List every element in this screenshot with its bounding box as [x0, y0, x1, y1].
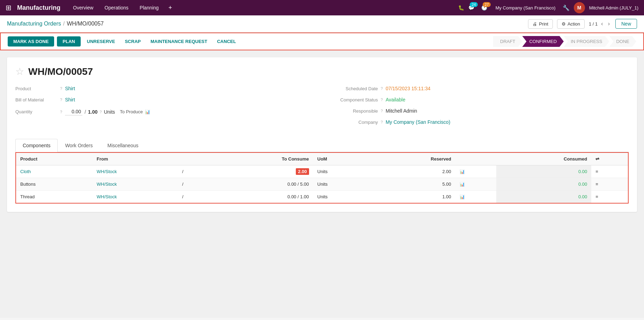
list-icon[interactable]: ≡	[595, 194, 598, 199]
status-bar: DRAFTCONFIRMEDIN PROGRESSDONE	[493, 36, 636, 47]
list-icon[interactable]: ≡	[595, 169, 598, 174]
action-buttons: MARK AS DONE PLAN UNRESERVE SCRAP MAINTE…	[8, 36, 240, 47]
pagination: 1 / 1 ‹ ›	[589, 20, 611, 28]
app-grid-icon[interactable]: ⊞	[6, 3, 12, 12]
cell-reserved: 1.00	[369, 191, 455, 203]
list-icon[interactable]: ≡	[595, 182, 598, 187]
status-step-done[interactable]: DONE	[609, 36, 636, 47]
scheduled-date-help-icon[interactable]: ?	[381, 86, 383, 91]
qty-chart-icon[interactable]: 📊	[145, 109, 150, 114]
table-row: ThreadWH/Stock/0.00 / 1.00Units1.00📊0.00…	[16, 191, 628, 203]
nav-planning[interactable]: Planning	[136, 0, 163, 15]
scrap-button[interactable]: SCRAP	[121, 36, 144, 47]
breadcrumb-current: WH/MO/00057	[67, 21, 104, 27]
col-sep	[178, 153, 207, 165]
cell-separator: /	[178, 165, 207, 178]
mark-as-done-button[interactable]: MARK AS DONE	[8, 36, 54, 47]
printer-icon: 🖨	[533, 21, 537, 27]
component-status-value: Available	[386, 97, 405, 102]
status-step-in-progress[interactable]: IN PROGRESS	[564, 36, 609, 47]
cell-product[interactable]: Cloth	[16, 165, 93, 178]
responsible-help-icon[interactable]: ?	[381, 109, 383, 113]
tab-work-orders[interactable]: Work Orders	[58, 139, 100, 152]
component-status-field: Component Status ? Available	[329, 97, 629, 102]
print-button[interactable]: 🖨 Print	[528, 19, 553, 29]
tab-miscellaneous[interactable]: Miscellaneous	[100, 139, 146, 152]
action-button[interactable]: ⚙ Action	[557, 19, 585, 29]
cell-from[interactable]: WH/Stock	[93, 178, 178, 191]
chart-icon[interactable]: 📊	[460, 169, 465, 174]
scheduled-date-field: Scheduled Date ? 07/15/2023 15:11:34	[329, 86, 629, 91]
product-value[interactable]: Shirt	[65, 86, 75, 91]
user-avatar[interactable]: M	[574, 2, 585, 13]
cell-list-icon[interactable]: ≡	[591, 178, 628, 191]
col-consumed: Consumed	[496, 153, 592, 165]
activity-badge[interactable]: 🕐 27	[481, 5, 487, 10]
unreserve-button[interactable]: UNRESERVE	[83, 36, 119, 47]
nav-operations[interactable]: Operations	[100, 0, 132, 15]
cell-from[interactable]: WH/Stock	[93, 165, 178, 178]
cell-list-icon[interactable]: ≡	[591, 165, 628, 178]
cell-reserved-chart-icon[interactable]: 📊	[455, 178, 496, 191]
new-button[interactable]: New	[615, 19, 637, 29]
secondary-header: Manufacturing Orders / WH/MO/00057 🖨 Pri…	[0, 15, 644, 33]
col-reserved-icon	[455, 153, 496, 165]
chart-icon[interactable]: 📊	[460, 182, 465, 187]
cell-product[interactable]: Thread	[16, 191, 93, 203]
table-row: ButtonsWH/Stock/0.00 / 5.00Units5.00📊0.0…	[16, 178, 628, 191]
cell-uom: Units	[313, 191, 369, 203]
cancel-button[interactable]: CANCEL	[213, 36, 239, 47]
nav-overview[interactable]: Overview	[69, 0, 97, 15]
responsible-field: Responsible ? Mitchell Admin	[329, 108, 629, 114]
cell-to-consume[interactable]: 0.00 / 5.00	[207, 178, 313, 191]
responsible-value[interactable]: Mitchell Admin	[386, 108, 417, 114]
favorite-star-icon[interactable]: ☆	[15, 66, 24, 77]
table-header-row: Product From To Consume UoM Reserved Con…	[16, 153, 628, 165]
form-left: Product ? Shirt Bill of Material ? Shirt…	[15, 86, 315, 130]
cell-list-icon[interactable]: ≡	[591, 191, 628, 203]
qty-done-input[interactable]	[65, 108, 82, 115]
qty-row: / 1.00 ? Units To Produce 📊	[65, 108, 150, 115]
maintenance-request-button[interactable]: MAINTENANCE REQUEST	[147, 36, 211, 47]
cell-reserved: 2.00	[369, 165, 455, 178]
component-status-help-icon[interactable]: ?	[381, 98, 383, 102]
cell-consumed: 0.00	[496, 178, 592, 191]
company-value[interactable]: My Company (San Francisco)	[386, 119, 450, 125]
nav-icons: 🐛 💬 24 🕐 27 My Company (San Francisco) 🔧…	[458, 2, 638, 13]
cell-from[interactable]: WH/Stock	[93, 191, 178, 203]
status-step-confirmed[interactable]: CONFIRMED	[522, 36, 564, 47]
product-help-icon[interactable]: ?	[60, 86, 62, 91]
user-name[interactable]: Mitchell Admin (JULY_1)	[589, 5, 638, 10]
qty-total-help-icon[interactable]: ?	[100, 110, 102, 114]
action-bar: MARK AS DONE PLAN UNRESERVE SCRAP MAINTE…	[0, 33, 644, 50]
nav-add-icon[interactable]: +	[166, 4, 175, 12]
next-page-button[interactable]: ›	[607, 20, 611, 28]
top-navigation: ⊞ Manufacturing Overview Operations Plan…	[0, 0, 644, 15]
bom-value[interactable]: Shirt	[65, 97, 75, 102]
breadcrumb-parent[interactable]: Manufacturing Orders	[7, 21, 61, 27]
cell-product[interactable]: Buttons	[16, 178, 93, 191]
bom-field: Bill of Material ? Shirt	[15, 97, 315, 102]
table-row: ClothWH/Stock/2.00Units2.00📊0.00≡	[16, 165, 628, 178]
chat-badge[interactable]: 💬 24	[468, 5, 474, 10]
status-step-draft[interactable]: DRAFT	[493, 36, 522, 47]
settings-icon[interactable]: 🔧	[563, 5, 570, 11]
cell-to-consume[interactable]: 0.00 / 1.00	[207, 191, 313, 203]
cell-reserved-chart-icon[interactable]: 📊	[455, 165, 496, 178]
chart-icon[interactable]: 📊	[460, 194, 465, 199]
header-actions: 🖨 Print ⚙ Action 1 / 1 ‹ › New	[528, 19, 637, 29]
bug-icon[interactable]: 🐛	[458, 5, 464, 10]
prev-page-button[interactable]: ‹	[600, 20, 604, 28]
company-help-icon[interactable]: ?	[381, 120, 383, 124]
cell-reserved-chart-icon[interactable]: 📊	[455, 191, 496, 203]
tab-components[interactable]: Components	[15, 139, 58, 152]
form-right: Scheduled Date ? 07/15/2023 15:11:34 Com…	[329, 86, 629, 130]
plan-button[interactable]: PLAN	[57, 36, 80, 47]
gear-icon: ⚙	[562, 21, 566, 27]
breadcrumb-separator: /	[63, 21, 65, 27]
cell-to-consume[interactable]: 2.00	[207, 165, 313, 178]
column-settings-icon[interactable]: ⇌	[595, 156, 599, 162]
form-card: ☆ WH/MO/00057 Product ? Shirt Bill of Ma…	[7, 57, 637, 212]
bom-help-icon[interactable]: ?	[60, 98, 62, 102]
qty-help-icon[interactable]: ?	[60, 110, 62, 114]
